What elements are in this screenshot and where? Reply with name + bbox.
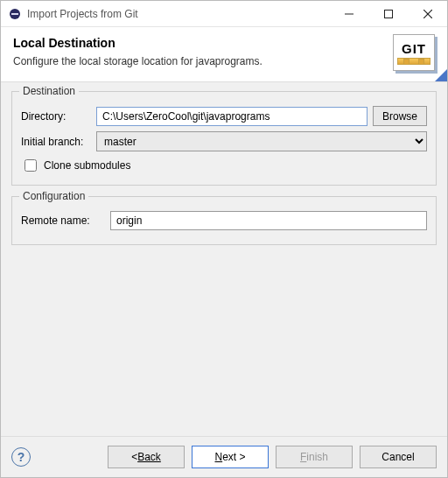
git-logo-icon: GIT — [393, 34, 435, 71]
wizard-header: Local Destination Configure the local st… — [1, 27, 447, 82]
cancel-button[interactable]: Cancel — [360, 446, 437, 468]
corner-decoration-icon — [435, 69, 447, 81]
page-description: Configure the local storage location for… — [13, 55, 388, 67]
clone-submodules-label: Clone submodules — [44, 159, 130, 172]
svg-rect-3 — [384, 10, 392, 18]
close-button[interactable] — [408, 1, 447, 27]
git-logo-text: GIT — [402, 41, 426, 56]
directory-input[interactable] — [96, 107, 368, 126]
wizard-footer: ? < Back Next > Finish Cancel — [1, 436, 447, 477]
remote-name-label: Remote name: — [21, 214, 105, 227]
back-button[interactable]: < Back — [108, 446, 185, 468]
remote-name-input[interactable] — [110, 211, 427, 230]
destination-legend: Destination — [19, 85, 79, 97]
configuration-legend: Configuration — [19, 190, 88, 202]
app-icon — [8, 7, 22, 21]
wizard-content: Destination Directory: Browse Initial br… — [1, 82, 447, 436]
finish-button: Finish — [276, 446, 353, 468]
maximize-button[interactable] — [368, 1, 408, 27]
clone-submodules-checkbox[interactable] — [24, 159, 37, 172]
window-titlebar: Import Projects from Git — [1, 1, 447, 27]
initial-branch-label: Initial branch: — [21, 136, 91, 148]
next-button[interactable]: Next > — [192, 446, 269, 468]
page-title: Local Destination — [13, 36, 388, 50]
minimize-button[interactable] — [329, 1, 368, 27]
configuration-group: Configuration Remote name: — [11, 196, 437, 245]
window-title: Import Projects from Git — [27, 8, 329, 20]
help-button[interactable]: ? — [11, 447, 31, 467]
destination-group: Destination Directory: Browse Initial br… — [11, 91, 437, 186]
initial-branch-select[interactable]: master — [96, 131, 427, 151]
svg-rect-1 — [11, 13, 18, 15]
directory-label: Directory: — [21, 110, 91, 123]
browse-button[interactable]: Browse — [373, 106, 427, 126]
